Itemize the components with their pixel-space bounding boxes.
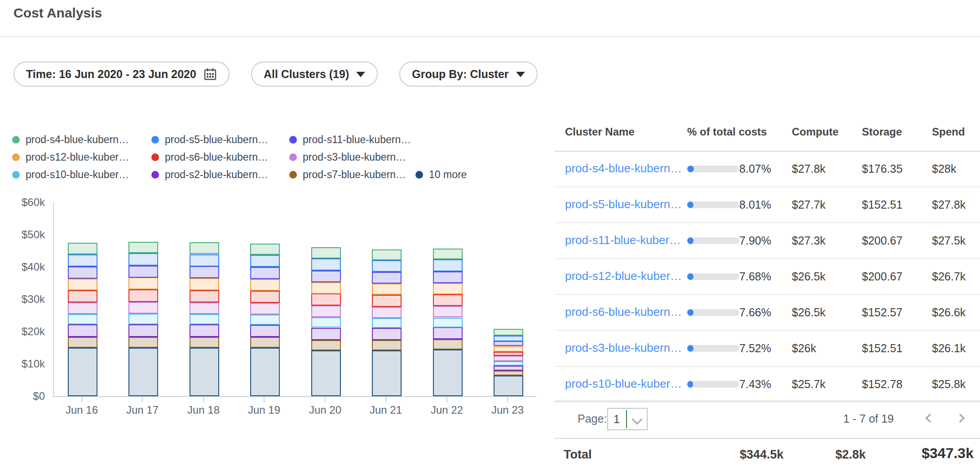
- bar-segment[interactable]: [494, 356, 523, 361]
- next-page-button[interactable]: ›: [958, 404, 966, 429]
- bar-segment[interactable]: [128, 253, 158, 266]
- bar-segment[interactable]: [433, 350, 463, 396]
- bar-segment[interactable]: [68, 254, 97, 267]
- bar-segment[interactable]: [190, 314, 219, 324]
- bar-segment[interactable]: [433, 283, 463, 294]
- legend-item[interactable]: prod-s10-blue-kuber…: [12, 168, 129, 181]
- cluster-filter-dropdown[interactable]: All Clusters (19): [251, 61, 378, 87]
- bar-segment[interactable]: [311, 258, 341, 271]
- bar-segment[interactable]: [311, 282, 341, 294]
- bar-segment[interactable]: [372, 272, 402, 284]
- bar-segment[interactable]: [68, 314, 97, 324]
- bar-segment[interactable]: [372, 350, 402, 396]
- bar-segment[interactable]: [128, 324, 158, 337]
- bar-segment[interactable]: [372, 284, 402, 295]
- bar-segment[interactable]: [128, 337, 158, 348]
- bar-segment[interactable]: [68, 337, 97, 348]
- bar-segment[interactable]: [494, 352, 523, 356]
- bar-segment[interactable]: [68, 324, 97, 337]
- bar-segment[interactable]: [250, 255, 280, 267]
- bar-segment[interactable]: [494, 346, 523, 352]
- bar-segment[interactable]: [494, 371, 523, 376]
- legend-item[interactable]: prod-s7-blue-kubern…: [289, 168, 406, 181]
- bar-segment[interactable]: [433, 294, 463, 306]
- bar-segment[interactable]: [128, 266, 158, 278]
- bar-segment[interactable]: [128, 289, 158, 302]
- legend-item[interactable]: 10 more: [415, 168, 467, 181]
- bar-segment[interactable]: [433, 249, 463, 259]
- bar-segment[interactable]: [190, 242, 219, 254]
- legend-item[interactable]: prod-s5-blue-kubern…: [151, 133, 268, 146]
- cluster-name-link[interactable]: prod-s4-blue-kubern…: [565, 162, 682, 175]
- bar-segment[interactable]: [311, 306, 341, 317]
- bar-segment[interactable]: [250, 315, 280, 325]
- legend-item[interactable]: prod-s11-blue-kubern…: [289, 133, 411, 146]
- cluster-name-link[interactable]: prod-s3-blue-kubern…: [565, 341, 682, 355]
- bar-segment[interactable]: [250, 337, 280, 348]
- bar-segment[interactable]: [433, 271, 463, 283]
- bar-segment[interactable]: [68, 279, 97, 290]
- bar-segment[interactable]: [311, 340, 341, 350]
- bar-segment[interactable]: [190, 254, 219, 267]
- bar-segment[interactable]: [68, 243, 97, 254]
- bar-segment[interactable]: [68, 302, 97, 314]
- legend-item[interactable]: prod-s2-blue-kubern…: [151, 168, 268, 181]
- bar-segment[interactable]: [190, 302, 219, 314]
- bar-segment[interactable]: [68, 348, 97, 396]
- bar-segment[interactable]: [190, 278, 219, 290]
- bar-segment[interactable]: [68, 290, 97, 302]
- bar-segment[interactable]: [494, 336, 523, 341]
- page-number-select[interactable]: 1: [607, 408, 648, 430]
- bar-segment[interactable]: [311, 293, 341, 306]
- bar-segment[interactable]: [128, 348, 158, 396]
- bar-segment[interactable]: [311, 317, 341, 328]
- cluster-name-link[interactable]: prod-s6-blue-kubern…: [565, 305, 682, 319]
- previous-page-button[interactable]: ‹: [924, 404, 932, 429]
- bar-segment[interactable]: [311, 271, 341, 282]
- legend-item[interactable]: prod-s6-blue-kubern…: [151, 151, 268, 163]
- group-by-dropdown[interactable]: Group By: Cluster: [399, 61, 537, 87]
- legend-item[interactable]: prod-s3-blue-kubern…: [289, 151, 406, 163]
- bar-segment[interactable]: [433, 306, 463, 317]
- bar-segment[interactable]: [494, 341, 523, 346]
- bar-segment[interactable]: [128, 242, 158, 253]
- bar-segment[interactable]: [190, 348, 219, 396]
- bar-segment[interactable]: [250, 244, 280, 255]
- bar-segment[interactable]: [311, 247, 341, 258]
- bar-segment[interactable]: [372, 249, 402, 260]
- bar-segment[interactable]: [372, 318, 402, 328]
- bar-segment[interactable]: [372, 340, 402, 350]
- bar-segment[interactable]: [494, 329, 523, 336]
- bar-segment[interactable]: [311, 350, 341, 396]
- bar-segment[interactable]: [250, 303, 280, 315]
- legend-item[interactable]: prod-s4-blue-kubern…: [12, 133, 129, 146]
- bar-segment[interactable]: [68, 267, 97, 279]
- bar-segment[interactable]: [128, 277, 158, 289]
- cluster-name-link[interactable]: prod-s10-blue-kuber…: [565, 377, 682, 391]
- bar-segment[interactable]: [311, 328, 341, 340]
- bar-segment[interactable]: [128, 314, 158, 324]
- cluster-name-link[interactable]: prod-s12-blue-kuber…: [565, 269, 682, 283]
- bar-segment[interactable]: [372, 260, 402, 272]
- bar-segment[interactable]: [250, 348, 280, 396]
- bar-segment[interactable]: [190, 290, 219, 302]
- legend-item[interactable]: prod-s12-blue-kuber…: [12, 151, 129, 163]
- bar-segment[interactable]: [372, 295, 402, 307]
- bar-segment[interactable]: [250, 325, 280, 337]
- bar-segment[interactable]: [494, 376, 523, 396]
- time-range-filter[interactable]: Time: 16 Jun 2020 - 23 Jun 2020: [13, 61, 230, 87]
- bar-segment[interactable]: [190, 324, 219, 337]
- bar-segment[interactable]: [372, 307, 402, 318]
- bar-segment[interactable]: [190, 337, 219, 348]
- cluster-name-link[interactable]: prod-s11-blue-kuber…: [565, 233, 681, 247]
- bar-segment[interactable]: [250, 267, 280, 279]
- bar-segment[interactable]: [433, 318, 463, 328]
- bar-segment[interactable]: [372, 328, 402, 340]
- bar-segment[interactable]: [250, 291, 280, 303]
- bar-segment[interactable]: [433, 259, 463, 271]
- bar-segment[interactable]: [128, 302, 158, 314]
- bar-segment[interactable]: [250, 279, 280, 291]
- bar-segment[interactable]: [190, 266, 219, 278]
- bar-segment[interactable]: [433, 327, 463, 339]
- bar-segment[interactable]: [494, 366, 523, 371]
